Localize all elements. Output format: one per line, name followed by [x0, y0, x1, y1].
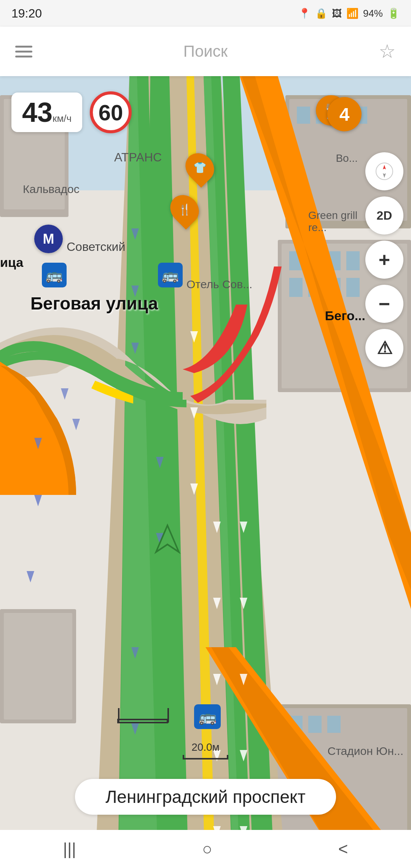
speed-unit: км/ч: [53, 113, 72, 124]
distance-indicator: 20.0м: [183, 741, 228, 760]
atrans-label: АТРАНС: [114, 150, 162, 164]
distance-bar: [183, 755, 228, 760]
poi-clothes[interactable]: 👕: [186, 152, 213, 183]
zoom-out-button[interactable]: −: [365, 285, 403, 323]
nav-recent-apps[interactable]: |||: [63, 839, 76, 858]
green-grill-label: Green grill re...: [308, 209, 365, 234]
ica-label: ица: [0, 255, 23, 270]
svg-rect-27: [308, 716, 322, 733]
begovaya-right-label: Бего...: [325, 308, 365, 323]
speed-display: 43км/ч 60: [11, 91, 132, 133]
map-controls: 2D + − ⚠: [365, 152, 403, 367]
street-name-label: Ленинградский проспект: [75, 779, 336, 815]
speed-limit-circle: 60: [90, 91, 132, 133]
svg-marker-64: [383, 165, 386, 169]
zoom-in-button[interactable]: +: [365, 241, 403, 279]
svg-rect-18: [346, 251, 360, 270]
alert-button[interactable]: ⚠: [365, 329, 403, 367]
map-container[interactable]: 🚌 43км/ч 60 АТРАНС Кальвадос Во... 🍴 4 G…: [0, 76, 411, 868]
bus-stop-center: 🚌: [158, 263, 183, 287]
search-placeholder[interactable]: Поиск: [183, 42, 228, 61]
status-bar: 19:20 📍 🔒 🖼 📶 94% 🔋: [0, 0, 411, 27]
menu-button[interactable]: [15, 46, 32, 57]
svg-rect-60: [167, 708, 169, 723]
svg-rect-9: [297, 107, 310, 124]
signal-icon: 📶: [346, 8, 358, 19]
nav-home[interactable]: ○: [202, 839, 212, 858]
battery-indicator: 94%: [363, 8, 383, 19]
status-time: 19:20: [11, 6, 42, 21]
begovaya-map-label: Беговая улица: [30, 293, 158, 314]
svg-rect-22: [346, 278, 360, 297]
search-bar: Поиск ☆: [0, 27, 411, 76]
kalvados-label: Кальвадос: [23, 183, 80, 196]
svg-text:🚌: 🚌: [199, 708, 217, 726]
bus-stop-left: 🚌: [42, 263, 67, 287]
metro-pin[interactable]: М: [34, 225, 63, 253]
current-speed-box: 43км/ч: [11, 93, 82, 132]
svg-rect-28: [327, 716, 341, 733]
svg-marker-65: [383, 173, 386, 178]
battery-icon: 🔋: [387, 8, 400, 19]
vostok-label: Во...: [336, 152, 358, 164]
nav-back[interactable]: <: [338, 839, 348, 858]
distance-text: 20.0м: [183, 741, 228, 753]
location-status-icon: 📍: [298, 8, 311, 19]
favorites-button[interactable]: ☆: [379, 40, 396, 62]
compass-button[interactable]: [365, 152, 403, 190]
svg-rect-59: [118, 708, 119, 723]
status-icons: 📍 🔒 🖼 📶 94% 🔋: [298, 8, 400, 19]
speed-value: 43: [22, 97, 53, 128]
wifi-icon: 🔒: [315, 8, 327, 19]
poi-count-badge[interactable]: 4: [327, 97, 362, 131]
street-name-bottom[interactable]: Ленинградский проспект: [0, 779, 411, 815]
svg-rect-19: [289, 278, 303, 297]
view-2d-button[interactable]: 2D: [365, 196, 403, 235]
sovetsky-label: Советский: [67, 240, 125, 254]
svg-rect-30: [4, 613, 72, 720]
camera-icon: 🖼: [332, 8, 342, 19]
hotel-label: Отель Сов...: [186, 278, 252, 291]
bottom-nav: ||| ○ <: [0, 830, 411, 868]
poi-food-mid[interactable]: 🍴: [171, 194, 198, 225]
stadion-label: Стадион Юн...: [328, 745, 403, 758]
